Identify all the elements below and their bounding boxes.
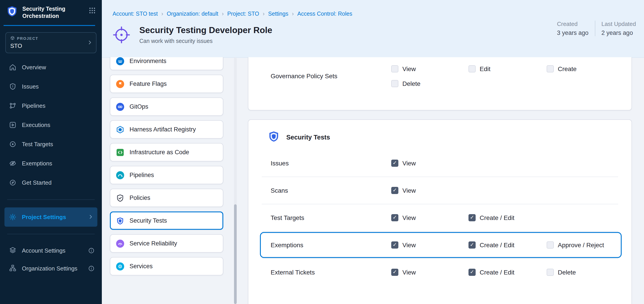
checkbox[interactable] [468, 241, 476, 248]
app-switcher-icon[interactable] [89, 7, 96, 14]
resource-item-policies[interactable]: Policies [110, 189, 223, 207]
vertical-scrollbar [234, 57, 237, 304]
checkbox[interactable] [391, 187, 398, 194]
permission-row-label: Scans [271, 187, 288, 194]
checkbox-issues-view[interactable]: View [391, 160, 416, 167]
checkbox-exemptions-view[interactable]: View [391, 241, 416, 248]
sidebar-item-organization-settings[interactable]: Organization Settings [0, 259, 102, 277]
sidebar-item-executions[interactable]: Executions [0, 115, 102, 134]
checkbox-test-targets-view[interactable]: View [391, 214, 416, 221]
org-chart-icon [9, 264, 16, 273]
resource-label: Policies [130, 194, 150, 201]
meta-divider [595, 21, 595, 36]
breadcrumb-organization[interactable]: Organization: default [167, 11, 218, 17]
checkbox-label: Approve / Reject [558, 241, 604, 248]
checkbox[interactable] [391, 160, 398, 167]
sidebar-item-issues[interactable]: Issues [0, 77, 102, 96]
breadcrumb-separator: › [222, 11, 224, 17]
pipelines-icon [9, 102, 16, 109]
resource-item-gitops[interactable]: GitOps [110, 98, 223, 116]
layers-icon [9, 246, 16, 255]
role-crosshair-icon [112, 26, 130, 44]
sidebar-item-label: Executions [22, 121, 50, 128]
checkbox[interactable] [391, 65, 398, 72]
checkbox-test-targets-create-edit[interactable]: Create / Edit [468, 214, 514, 221]
checkbox[interactable] [468, 214, 476, 221]
resource-label: Environments [130, 58, 166, 64]
info-icon[interactable] [88, 247, 95, 254]
checkbox-label: Create [558, 65, 576, 72]
checkbox[interactable] [547, 65, 554, 72]
resource-item-pipelines[interactable]: Pipelines [110, 166, 223, 184]
checkbox[interactable] [468, 65, 476, 72]
resource-list: Environments Feature Flags GitOps Harnes… [110, 57, 223, 275]
checkbox[interactable] [547, 269, 554, 276]
breadcrumb-access-control-roles[interactable]: Access Control: Roles [298, 11, 352, 17]
checkbox-scans-view[interactable]: View [391, 187, 416, 194]
accent-underline [4, 25, 95, 26]
role-meta: Created 3 years ago Last Updated 2 years… [557, 21, 636, 36]
artifact-registry-icon [116, 125, 124, 133]
created-value: 3 years ago [557, 30, 588, 36]
checkbox-governance-delete[interactable]: Delete [391, 80, 420, 87]
resource-label: Security Tests [130, 217, 167, 224]
resource-item-service-reliability[interactable]: Service Reliability [110, 234, 223, 253]
checkbox-governance-edit[interactable]: Edit [468, 65, 490, 72]
info-icon[interactable] [88, 265, 95, 272]
sidebar-item-project-settings[interactable]: Project Settings [4, 207, 97, 226]
chevron-right-icon [88, 214, 94, 220]
infrastructure-as-code-icon [116, 148, 124, 156]
checkbox-label: View [402, 241, 416, 248]
sidebar-item-account-settings[interactable]: Account Settings [0, 242, 102, 259]
project-cube-icon [10, 36, 15, 41]
sidebar-item-pipelines[interactable]: Pipelines [0, 96, 102, 115]
checkbox-external-tickets-create-edit[interactable]: Create / Edit [468, 269, 514, 276]
resource-item-infrastructure-as-code[interactable]: Infrastructure as Code [110, 143, 223, 161]
breadcrumb: Account: STO test › Organization: defaul… [112, 11, 352, 17]
sidebar-nav: Overview Issues Pipelines Executions Tes… [0, 58, 102, 192]
resource-item-environments[interactable]: Environments [110, 57, 223, 70]
checkbox-external-tickets-delete[interactable]: Delete [547, 269, 576, 276]
breadcrumb-settings[interactable]: Settings [268, 11, 288, 17]
checkbox[interactable] [468, 269, 476, 276]
page-subtitle: Can work with security issues [139, 38, 272, 44]
sidebar-item-exemptions[interactable]: Exemptions [0, 154, 102, 173]
checkbox-governance-create[interactable]: Create [547, 65, 576, 72]
project-selector[interactable]: PROJECT STO [5, 32, 96, 53]
permission-row-label: Exemptions [271, 241, 303, 248]
app-header: Security Testing Orchestration [0, 0, 102, 24]
policies-shield-check-icon [116, 194, 124, 202]
resource-item-services[interactable]: Services [110, 257, 223, 275]
security-tests-shield-icon [268, 131, 280, 144]
checkbox-label: Delete [558, 269, 576, 276]
checkbox[interactable] [391, 269, 398, 276]
scrollbar-thumb[interactable] [234, 204, 237, 304]
breadcrumb-separator: › [262, 11, 264, 17]
resource-item-security-tests[interactable]: Security Tests [110, 211, 223, 230]
sidebar-item-test-targets[interactable]: Test Targets [0, 134, 102, 154]
breadcrumb-account[interactable]: Account: STO test [112, 11, 158, 17]
checkbox[interactable] [391, 80, 398, 87]
security-tests-shield-icon [116, 217, 124, 225]
checkbox-external-tickets-view[interactable]: View [391, 269, 416, 276]
checkbox-exemptions-create-edit[interactable]: Create / Edit [468, 241, 514, 248]
checkbox-exemptions-approve-reject[interactable]: Approve / Reject [547, 241, 604, 248]
breadcrumb-project[interactable]: Project: STO [227, 11, 259, 17]
sidebar-item-get-started[interactable]: Get Started [0, 173, 102, 192]
resource-label: Services [130, 263, 153, 269]
checkbox-label: Delete [402, 80, 420, 87]
resource-item-feature-flags[interactable]: Feature Flags [110, 75, 223, 93]
breadcrumb-separator: › [292, 11, 294, 17]
sidebar-item-label: Project Settings [22, 213, 66, 220]
security-tests-card-title: Security Tests [286, 133, 330, 141]
sidebar-divider [7, 199, 95, 200]
checkbox[interactable] [547, 241, 554, 248]
app-window: Security Testing Orchestration PROJECT S… [0, 0, 644, 304]
sidebar-item-label: Account Settings [22, 247, 66, 254]
checkbox[interactable] [391, 214, 398, 221]
checkbox-governance-view[interactable]: View [391, 65, 416, 72]
resource-item-harness-artifact-registry[interactable]: Harness Artifact Registry [110, 120, 223, 139]
page-title: Security Testing Developer Role [139, 25, 272, 35]
checkbox[interactable] [391, 241, 398, 248]
sidebar-item-overview[interactable]: Overview [0, 58, 102, 77]
